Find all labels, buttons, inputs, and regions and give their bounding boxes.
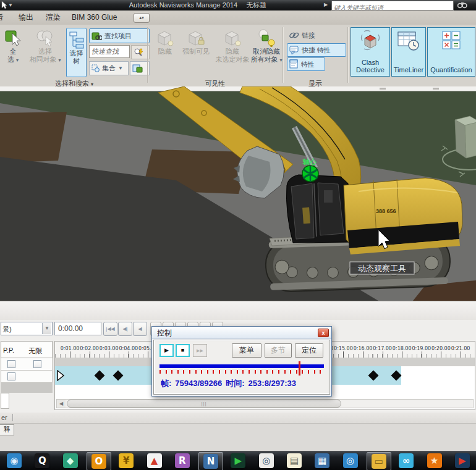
timeliner-button[interactable]: TimeLiner xyxy=(391,27,426,77)
taskbar-icon-calculator[interactable]: ▦ xyxy=(310,452,334,469)
scrollbar-thumb[interactable]: ||| xyxy=(67,400,341,408)
timeline-hscrollbar[interactable]: ◀ ||| xyxy=(56,399,474,408)
hide-unselected-button[interactable]: 隐藏 未选定对象 xyxy=(215,29,250,77)
taskbar-icon-link-app-glyph: ∞ xyxy=(399,453,414,468)
play-reverse-button[interactable]: ◀ xyxy=(133,322,147,336)
dialog-locate-button[interactable]: 定位 xyxy=(295,343,323,358)
title-bar[interactable]: ▼ Autodesk Navisworks Manage 2014无标题 ▶ xyxy=(0,0,476,10)
ribbon: 全 选 ▾ 选择 相同对象 ▾ 选择 树 xyxy=(0,25,476,87)
taskbar-icon-r-app[interactable]: R xyxy=(171,452,194,469)
close-icon[interactable]: x xyxy=(318,329,329,337)
dock-partial-tab[interactable]: 释 xyxy=(0,424,14,435)
tab-render[interactable]: 渲染 xyxy=(43,12,63,23)
step-back-button[interactable]: ◀| xyxy=(118,322,132,336)
taskbar-icon-media-center[interactable]: ◉ xyxy=(2,452,26,469)
taskbar-icon-file-explorer-glyph: ▭ xyxy=(372,454,386,469)
quick-find-input[interactable]: 快速查找 xyxy=(89,45,130,58)
taskbar-icon-outlook[interactable]: O xyxy=(87,452,111,470)
search-expand-icon[interactable]: ▶ xyxy=(324,2,328,7)
navisworks-window: ▼ Autodesk Navisworks Manage 2014无标题 ▶ 看… xyxy=(0,0,476,470)
taskbar-icon-file-explorer[interactable]: ▭ xyxy=(367,452,391,470)
scroll-left-arrow-icon[interactable]: ◀ xyxy=(57,400,66,408)
viewport-canvas: 388 656 轴心 动态观察工具 xyxy=(0,86,476,301)
sets-dropdown[interactable]: 集合▼ xyxy=(89,61,129,75)
quantification-icon xyxy=(441,30,461,50)
taskbar-icon-snipping-tool[interactable]: ◎ xyxy=(255,452,278,469)
select-same-button[interactable]: 选择 相同对象 ▾ xyxy=(26,28,64,77)
unhide-all-button[interactable]: 取消隐藏 所有对象 ▾ xyxy=(252,29,281,77)
select-same-icon xyxy=(35,28,55,48)
force-visible-cube-icon xyxy=(187,29,205,48)
dialog-menu-button[interactable]: 菜单 xyxy=(232,343,261,358)
ruler-tick: 0:04.00 xyxy=(129,351,129,358)
dialog-stop-button[interactable]: ■ xyxy=(176,344,190,357)
orbit-tool-tooltip: 动态观察工具 xyxy=(350,262,414,274)
links-button[interactable]: 链接 xyxy=(287,29,334,41)
sets-icon xyxy=(91,64,100,72)
track-start-marker[interactable] xyxy=(56,370,65,381)
quick-access-caret-icon[interactable]: ▼ xyxy=(8,2,13,8)
taskbar-icon-messenger[interactable]: ◆ xyxy=(59,452,82,469)
quantification-button[interactable]: Quantification xyxy=(427,27,475,77)
pp-checkbox-row1[interactable] xyxy=(7,360,15,368)
taskbar-icon-link-app[interactable]: ∞ xyxy=(394,452,418,469)
track-options-columns: P.P. 无限 xyxy=(1,341,53,408)
column-headers: P.P. 无限 xyxy=(1,341,53,358)
clash-detective-icon xyxy=(360,30,381,51)
clash-detective-button[interactable]: ClashDetective xyxy=(351,27,390,77)
quick-properties-button[interactable]: 快捷 特性 xyxy=(287,43,346,57)
taskbar-icon-qq-glyph: Q xyxy=(35,453,49,468)
ruler-tick: 0:18.00 xyxy=(402,351,402,358)
control-dialog-titlebar[interactable]: 控制 xyxy=(152,327,331,339)
taskbar-icon-search-glyph: ◎ xyxy=(343,453,358,468)
infinite-checkbox-row1[interactable] xyxy=(33,360,41,368)
find-items-button[interactable]: 查找项目 xyxy=(89,28,150,43)
taskbar-icon-media-player[interactable]: ▶ xyxy=(451,452,474,469)
taskbar-icon-navisworks[interactable]: N xyxy=(198,452,223,470)
selection-tree-button[interactable]: 选择 树 xyxy=(66,28,87,77)
manage-sets-icon xyxy=(132,64,143,73)
ribbon-divider xyxy=(347,27,349,83)
pp-checkbox-row2[interactable] xyxy=(7,372,15,380)
unhide-all-cube-icon xyxy=(257,29,276,48)
select-all-icon xyxy=(4,28,22,48)
rewind-button[interactable]: |◀◀ xyxy=(103,322,117,336)
app-cursor-icon xyxy=(1,1,8,9)
ruler-tick: 0:03.00 xyxy=(109,351,109,358)
frame-value: 75943/89266 xyxy=(175,379,222,388)
tab-view[interactable]: 看 xyxy=(0,12,6,23)
taskbar-icon-kuaiya[interactable]: ★ xyxy=(423,452,446,469)
tab-bim360glue[interactable]: BIM 360 Glue xyxy=(69,12,119,23)
column-infinite-label: 无限 xyxy=(28,346,42,356)
dock-title-row: er xyxy=(0,413,476,424)
help-search-box[interactable] xyxy=(331,1,454,10)
hide-button[interactable]: 隐藏 xyxy=(153,29,177,77)
find-items-icon xyxy=(91,31,102,41)
taskbar-icon-notepad[interactable]: ▤ xyxy=(283,452,306,469)
tab-output[interactable]: 输出 xyxy=(16,12,36,23)
binoculars-search-icon[interactable] xyxy=(457,1,467,9)
scene-selector-dropdown[interactable]: 景) ▼ xyxy=(1,322,53,335)
edit-cell[interactable] xyxy=(1,393,9,409)
svg-text:动态观察工具: 动态观察工具 xyxy=(358,264,406,273)
require-button[interactable]: 强制可见 xyxy=(179,29,213,77)
taskbar-icon-qqlive[interactable]: ▶ xyxy=(226,452,250,469)
dialog-multinode-button[interactable]: 多节 xyxy=(265,343,292,358)
select-all-button[interactable]: 全 选 ▾ xyxy=(1,28,25,77)
properties-button[interactable]: 特性 xyxy=(287,57,325,71)
column-pp-label: P.P. xyxy=(3,346,14,354)
dialog-play-button[interactable]: ▶ xyxy=(159,344,174,357)
taskbar-icon-coin-app[interactable]: ¥ xyxy=(114,452,138,469)
taskbar-icon-search[interactable]: ◎ xyxy=(339,452,362,469)
ribbon-collapse-button[interactable]: ▴▾ xyxy=(134,13,150,23)
time-position-field[interactable]: 0:00.00 xyxy=(54,322,101,335)
dialog-fastforward-button[interactable]: ▶▶ xyxy=(193,344,207,357)
panel-splitter[interactable] xyxy=(0,301,476,320)
properties-icon xyxy=(289,59,299,69)
taskbar-icon-qq[interactable]: Q xyxy=(30,452,54,469)
taskbar-icon-stock-app[interactable]: ▲ xyxy=(143,452,166,469)
dialog-position-marker[interactable] xyxy=(299,361,300,376)
pivot-ball-icon xyxy=(302,166,318,182)
viewport-3d[interactable]: 388 656 轴心 动态观察工具 xyxy=(0,86,476,301)
selection-tree-icon xyxy=(69,31,85,49)
